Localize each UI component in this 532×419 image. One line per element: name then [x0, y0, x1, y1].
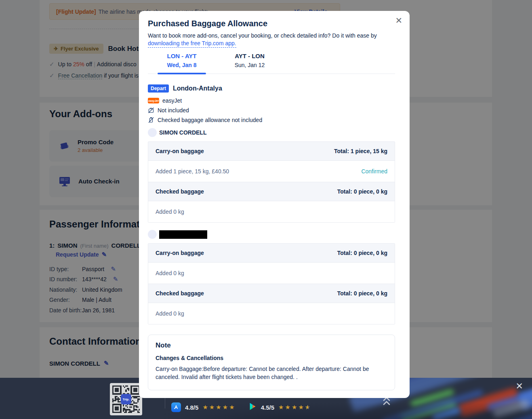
modal-title: Purchased Baggage Allowance [148, 19, 395, 28]
table-row: Carry-on baggage Total: 0 piece, 0 kg [148, 244, 395, 262]
baggage-table-passenger1: Carry-on baggage Total: 1 piece, 15 kg A… [148, 141, 395, 223]
note-body: Carry-on Baggage:Before departure: Canno… [156, 365, 376, 381]
active-tab-underline [158, 73, 206, 74]
redacted-name [159, 230, 207, 239]
passenger1-row: SIMON CORDELL [148, 128, 395, 137]
banner-close-icon[interactable]: ✕ [516, 381, 523, 392]
table-row: Added 0 kg [148, 303, 395, 324]
note-subtitle: Changes & Cancellations [156, 355, 387, 361]
table-row: Added 0 kg [148, 262, 395, 284]
app-qr-code: Trip. [110, 383, 142, 415]
flight-tabs: LON - AYT Wed, Jan 8 AYT - LON Sun, Jan … [148, 53, 395, 74]
app-store-icon [171, 402, 181, 412]
modal-subtitle: Want to book more add-ons, cancel your b… [148, 32, 390, 48]
carry-on-not-included-icon [148, 107, 154, 114]
play-stars: ★★★★★★ [278, 404, 311, 411]
note-title: Note [156, 341, 387, 350]
appstore-stars: ★★★★★ [202, 404, 236, 411]
table-row: Carry-on baggage Total: 1 piece, 15 kg [148, 142, 395, 160]
airline-row: easyJet easyJet [148, 97, 395, 104]
easyjet-logo: easyJet [148, 98, 159, 103]
passenger-avatar [148, 128, 157, 137]
app-ratings: 4.8/5 ★★★★★ 4.5/5 ★★★★★★ [171, 402, 311, 413]
airline-name: easyJet [162, 97, 182, 104]
depart-badge: Depart [148, 84, 169, 93]
tab-ayt-lon[interactable]: AYT - LON Sun, Jan 12 [216, 53, 284, 74]
carry-on-note-row: Not included [148, 107, 395, 114]
trip-logo: Trip. [121, 394, 131, 404]
appstore-rating: 4.8/5 [185, 404, 198, 411]
play-rating: 4.5/5 [261, 404, 274, 411]
status-badge: Confirmed [361, 168, 387, 175]
download-app-link[interactable]: downloading the free Trip.com app. [148, 40, 236, 48]
passenger1-name: SIMON CORDELL [159, 129, 206, 136]
passenger-avatar [148, 230, 157, 239]
segment-route: London-Antalya [173, 85, 222, 92]
table-row: Checked baggage Total: 0 piece, 0 kg [148, 284, 395, 303]
modal-close-icon[interactable]: ✕ [395, 16, 402, 25]
google-play-icon [248, 402, 257, 413]
checked-baggage-not-included-icon [148, 117, 154, 123]
baggage-table-passenger2: Carry-on baggage Total: 0 piece, 0 kg Ad… [148, 243, 395, 324]
checked-note-row: Checked baggage allowance not included [148, 117, 395, 123]
passenger2-row [148, 230, 395, 239]
tab-lon-ayt[interactable]: LON - AYT Wed, Jan 8 [148, 53, 216, 74]
table-row: Added 1 piece, 15 kg, £40.50 Confirmed [148, 160, 395, 182]
table-row: Added 0 kg [148, 201, 395, 222]
table-row: Checked baggage Total: 0 piece, 0 kg [148, 182, 395, 201]
note-card: Note Changes & Cancellations Carry-on Ba… [148, 335, 395, 390]
segment-header: Depart London-Antalya [148, 84, 395, 93]
baggage-allowance-modal: ✕ Purchased Baggage Allowance Want to bo… [139, 11, 410, 398]
